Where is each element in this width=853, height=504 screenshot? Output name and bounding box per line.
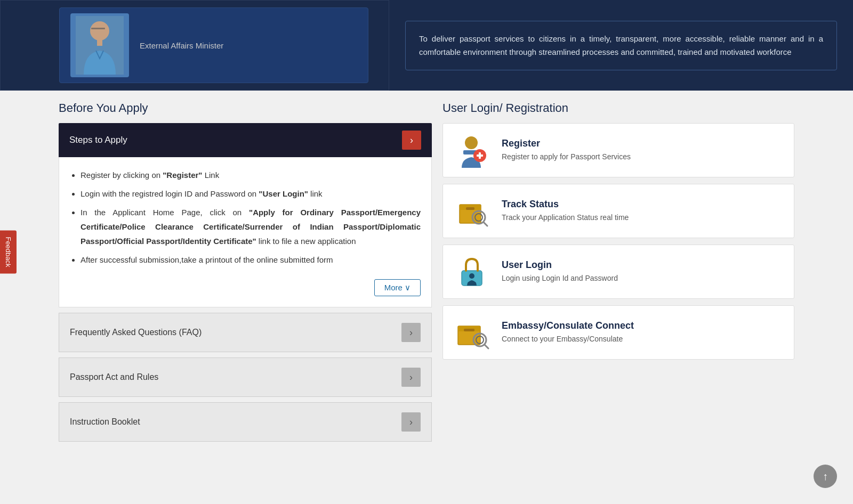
user-login-card[interactable]: User Login Login using Login Id and Pass…	[442, 245, 794, 299]
embassy-card-text: Embassy/Consulate Connect Connect to you…	[502, 320, 783, 345]
track-status-icon	[454, 192, 491, 230]
register-link[interactable]: "Register"	[163, 170, 202, 180]
steps-list: Register by clicking on "Register" Link …	[70, 168, 421, 267]
track-status-card-desc: Track your Application Status real time	[502, 213, 783, 223]
track-status-card-title: Track Status	[502, 199, 783, 210]
passport-act-accordion[interactable]: Passport Act and Rules ›	[59, 357, 432, 397]
register-card[interactable]: Register Register to apply for Passport …	[442, 123, 794, 177]
feedback-tab[interactable]: Feedback	[0, 230, 17, 273]
main-content: Before You Apply Steps to Apply › Regist…	[0, 91, 853, 452]
minister-info: External Affairs Minister	[140, 40, 223, 51]
register-icon	[454, 132, 491, 169]
embassy-card-desc: Connect to your Embassy/Consulate	[502, 334, 783, 345]
track-status-card[interactable]: Track Status Track your Application Stat…	[442, 184, 794, 238]
svg-rect-11	[466, 207, 474, 210]
user-login-title: User Login/ Registration	[442, 101, 794, 115]
user-login-link[interactable]: "User Login"	[259, 189, 308, 198]
passport-act-arrow-icon[interactable]: ›	[401, 368, 421, 387]
list-item: After successful submission,take a print…	[81, 253, 421, 267]
list-item: Register by clicking on "Register" Link	[81, 168, 421, 182]
faq-label: Frequently Asked Questions (FAQ)	[70, 328, 202, 337]
user-login-card-desc: Login using Login Id and Password	[502, 273, 783, 284]
svg-point-16	[469, 273, 474, 279]
instruction-booklet-label: Instruction Booklet	[70, 417, 140, 427]
steps-accordion-body: Register by clicking on "Register" Link …	[59, 157, 432, 307]
mission-box: To deliver passport services to citizens…	[405, 21, 837, 70]
embassy-icon	[454, 314, 491, 351]
embassy-card-title: Embassy/Consulate Connect	[502, 320, 783, 331]
left-column: Before You Apply Steps to Apply › Regist…	[59, 101, 432, 442]
faq-arrow-icon[interactable]: ›	[401, 323, 421, 342]
svg-line-22	[485, 345, 488, 348]
minister-photo	[70, 13, 129, 77]
embassy-card[interactable]: Embassy/Consulate Connect Connect to you…	[442, 305, 794, 360]
track-status-card-text: Track Status Track your Application Stat…	[502, 199, 783, 223]
passport-act-label: Passport Act and Rules	[70, 372, 158, 382]
list-item: In the Applicant Home Page, click on "Ap…	[81, 205, 421, 248]
more-button[interactable]: More ∨	[374, 279, 421, 296]
user-login-icon	[454, 253, 491, 290]
clearfix: More ∨	[70, 271, 421, 299]
svg-rect-19	[464, 329, 474, 331]
right-column: User Login/ Registration Register Regist…	[442, 101, 794, 442]
faq-accordion[interactable]: Frequently Asked Questions (FAQ) ›	[59, 313, 432, 352]
svg-rect-3	[97, 39, 102, 46]
instruction-booklet-arrow-icon[interactable]: ›	[401, 412, 421, 432]
register-card-desc: Register to apply for Passport Services	[502, 152, 783, 162]
user-login-card-title: User Login	[502, 259, 783, 271]
steps-header-text: Steps to Apply	[69, 135, 127, 145]
minister-card: External Affairs Minister	[59, 7, 368, 83]
apply-link[interactable]: "Apply for Ordinary Passport/Emergency C…	[81, 208, 421, 246]
register-card-text: Register Register to apply for Passport …	[502, 138, 783, 162]
top-left-panel: External Affairs Minister	[0, 0, 389, 91]
register-card-title: Register	[502, 138, 783, 149]
svg-rect-8	[479, 152, 481, 159]
svg-line-14	[484, 222, 487, 226]
scroll-top-button[interactable]: ↑	[814, 465, 837, 488]
svg-point-1	[90, 21, 109, 40]
svg-point-4	[465, 136, 478, 149]
instruction-booklet-accordion[interactable]: Instruction Booklet ›	[59, 402, 432, 442]
svg-rect-2	[91, 28, 105, 29]
top-section: External Affairs Minister To deliver pas…	[0, 0, 853, 91]
before-apply-title: Before You Apply	[59, 101, 432, 115]
list-item: Login with the registred login ID and Pa…	[81, 186, 421, 201]
top-right-panel: To deliver passport services to citizens…	[389, 0, 853, 91]
user-login-card-text: User Login Login using Login Id and Pass…	[502, 259, 783, 284]
steps-accordion-header[interactable]: Steps to Apply ›	[59, 123, 432, 157]
steps-arrow-icon[interactable]: ›	[402, 131, 421, 150]
